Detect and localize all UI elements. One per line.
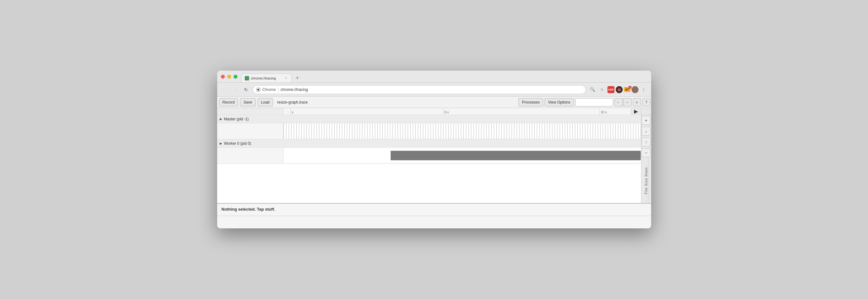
- forward-button[interactable]: →: [231, 86, 239, 94]
- more-menu-button[interactable]: ⋮: [640, 86, 648, 94]
- worker-process-tracks: [217, 148, 641, 163]
- fit-button[interactable]: ↔: [642, 148, 651, 157]
- url-source: Chrome: [262, 87, 276, 92]
- cursor-icon: ▶: [634, 108, 638, 114]
- zoom-button[interactable]: 🔍: [588, 86, 597, 94]
- back-button[interactable]: ←: [220, 86, 228, 94]
- tab-bar: chrome://tracing × +: [241, 71, 647, 82]
- processes-button[interactable]: Processes: [519, 98, 543, 107]
- url-bar[interactable]: Chrome | chrome://tracing: [253, 85, 586, 94]
- selection-text: Nothing selected. Tap stuff.: [222, 207, 275, 212]
- traffic-lights: [221, 75, 238, 79]
- nav-arrows: ← →: [614, 98, 631, 107]
- refresh-button[interactable]: ↻: [242, 86, 250, 94]
- master-expand-arrow: ▶: [220, 117, 222, 121]
- load-button[interactable]: Load: [258, 98, 273, 107]
- right-sidebar: + ↓ ↕ ↔ File Size Stats: [641, 108, 651, 203]
- worker-expand-arrow: ▶: [220, 142, 222, 145]
- zoom-out-button[interactable]: ↓: [642, 127, 651, 136]
- trace-filename: resize-graph.trace: [274, 100, 518, 104]
- record-button[interactable]: Record: [219, 98, 238, 107]
- timeline-ruler: s 5 s 10 s: [284, 108, 631, 115]
- tracing-toolbar: Record Save Load resize-graph.trace Proc…: [217, 97, 651, 108]
- detail-panel: [217, 216, 651, 228]
- url-path: chrome://tracing: [280, 87, 308, 92]
- pan-button[interactable]: ↕: [642, 138, 651, 146]
- master-process-label: Master (pid -1): [224, 117, 249, 121]
- svg-point-1: [257, 89, 259, 91]
- trace-content: s 5 s 10 s ▶ ▶ Master (pid -1): [217, 108, 641, 203]
- bookmark-button[interactable]: ☆: [598, 86, 606, 94]
- selection-panel: Nothing selected. Tap stuff.: [217, 203, 651, 216]
- new-tab-button[interactable]: +: [293, 73, 302, 82]
- master-track-row: [217, 123, 641, 139]
- file-size-stats-label: File Size Stats: [644, 158, 648, 203]
- worker-track-label: [217, 148, 284, 163]
- worker-process-label: Worker 0 (pid 0): [224, 141, 251, 146]
- address-bar: ← → ↻ Chrome | chrome://tracing 🔍 ☆ ABP …: [217, 83, 651, 97]
- badge-extension[interactable]: 🏷 1: [624, 87, 630, 92]
- next-arrow-button[interactable]: →: [623, 98, 631, 107]
- active-tab[interactable]: chrome://tracing ×: [241, 73, 292, 82]
- worker-track-row: [217, 148, 641, 163]
- search-input[interactable]: [575, 98, 613, 107]
- cs-extension[interactable]: ⬤: [616, 86, 623, 93]
- tracing-main: s 5 s 10 s ▶ ▶ Master (pid -1): [217, 108, 651, 203]
- tab-favicon: [245, 76, 249, 81]
- adblock-extension[interactable]: ABP: [608, 86, 614, 93]
- toolbar-right: 🔍 ☆ ABP ⬤ 🏷 1 ⋮: [588, 86, 648, 94]
- worker-process-row: ▶ Worker 0 (pid 0): [217, 139, 641, 164]
- maximize-button[interactable]: [234, 75, 238, 79]
- tab-close-button[interactable]: ×: [284, 76, 288, 81]
- tick-10s: 10 s: [599, 108, 607, 115]
- master-track-label: [217, 123, 284, 139]
- profile-avatar[interactable]: [631, 86, 639, 93]
- title-bar: chrome://tracing × +: [217, 71, 651, 83]
- prev-arrow-button[interactable]: ←: [614, 98, 623, 107]
- master-tick-marks: [284, 123, 641, 139]
- cursor-tool[interactable]: ▶: [631, 108, 641, 115]
- zoom-in-button[interactable]: +: [642, 116, 651, 125]
- more-button[interactable]: »: [633, 98, 641, 107]
- timeline-label-spacer: [217, 108, 284, 115]
- sidebar-spacer-top: [641, 108, 651, 115]
- master-process-header[interactable]: ▶ Master (pid -1): [217, 115, 641, 123]
- worker-track-canvas[interactable]: [284, 148, 641, 163]
- save-button[interactable]: Save: [240, 98, 255, 107]
- tick-5s: 5 s: [443, 108, 448, 115]
- help-button[interactable]: ?: [642, 98, 651, 107]
- timeline-header: s 5 s 10 s ▶: [217, 108, 641, 115]
- worker-process-header[interactable]: ▶ Worker 0 (pid 0): [217, 139, 641, 148]
- badge-count: 1: [628, 86, 631, 89]
- worker-bar: [391, 151, 641, 160]
- master-process-tracks: [217, 123, 641, 139]
- close-button[interactable]: [221, 75, 225, 79]
- master-process-row: ▶ Master (pid -1): [217, 115, 641, 139]
- minimize-button[interactable]: [227, 75, 231, 79]
- url-favicon: [256, 87, 260, 92]
- tick-0s: s: [290, 108, 293, 115]
- tab-title: chrome://tracing: [251, 76, 282, 80]
- url-separator: |: [278, 87, 279, 92]
- browser-window: chrome://tracing × + ← → ↻ Chrome | chro…: [217, 71, 651, 228]
- master-track-canvas[interactable]: [284, 123, 641, 139]
- view-options-button[interactable]: View Options: [545, 98, 574, 107]
